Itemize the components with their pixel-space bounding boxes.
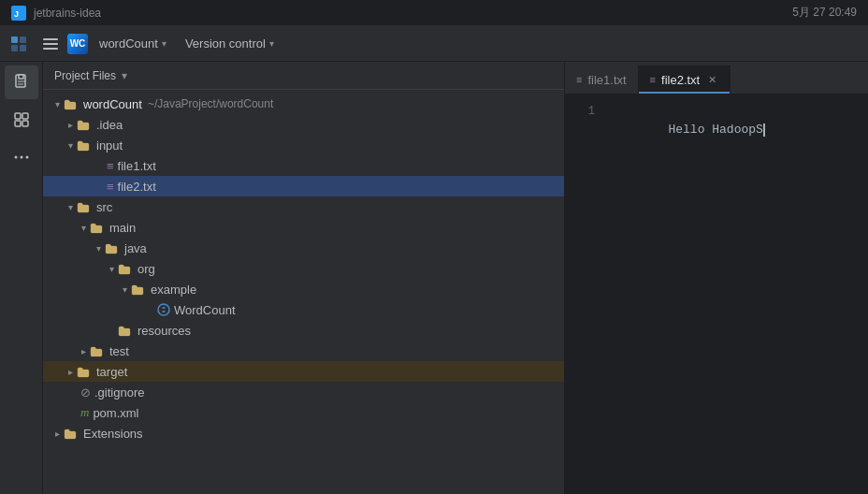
tab-file2-label: file2.txt xyxy=(661,73,700,87)
activity-bar-more-icon[interactable] xyxy=(5,140,38,174)
tree-item-wordcount-root[interactable]: wordCount ~/JavaProject/wordCount xyxy=(43,94,564,114)
tree-item-input[interactable]: input xyxy=(43,135,564,155)
tab-file1-label: file1.txt xyxy=(587,73,626,87)
tree-item-main[interactable]: main xyxy=(43,217,564,238)
tree-item-org[interactable]: org xyxy=(43,258,564,279)
editor-content[interactable]: 1 Hello HadoopS xyxy=(565,94,868,494)
sidebar: Project Files ▾ wordCount ~/JavaProject/… xyxy=(43,62,565,494)
folder-icon-target xyxy=(77,365,93,378)
tree-arrow-src xyxy=(64,200,77,213)
tree-item-test[interactable]: test xyxy=(43,341,564,361)
git-icon-gitignore: ⊘ xyxy=(80,385,91,400)
tree-arrow-wordcount xyxy=(51,97,64,110)
tab-file2-close-button[interactable]: ✕ xyxy=(705,73,718,86)
toolbar: WC wordCount ▾ Version control ▾ xyxy=(0,26,868,62)
tree-label-test: test xyxy=(109,344,129,358)
activity-bar-files-icon[interactable] xyxy=(5,65,38,99)
svg-rect-12 xyxy=(15,121,21,126)
version-control-dropdown-arrow: ▾ xyxy=(269,38,274,49)
tree-label-extensions: Extensions xyxy=(83,427,143,441)
sidebar-title: Project Files xyxy=(54,69,116,82)
tree-label-main: main xyxy=(109,221,136,235)
project-dropdown-button[interactable]: wordCount ▾ xyxy=(92,33,174,54)
title-bar-datetime: 5月 27 20:49 xyxy=(792,5,857,21)
svg-rect-13 xyxy=(22,121,28,126)
folder-icon-java xyxy=(105,241,121,254)
tree-item-extensions[interactable]: Extensions xyxy=(43,423,564,443)
tree-arrow-input xyxy=(64,138,77,152)
tree-item-file1[interactable]: ≡ file1.txt xyxy=(43,155,564,176)
svg-rect-3 xyxy=(20,36,26,43)
svg-rect-4 xyxy=(11,45,18,51)
tree-arrow-idea xyxy=(64,118,77,131)
folder-icon-idea xyxy=(77,118,93,131)
line-numbers: 1 xyxy=(565,102,602,487)
tree-arrow-example xyxy=(118,283,131,296)
svg-rect-7 xyxy=(19,75,23,79)
tree-item-pomxml[interactable]: m pom.xml xyxy=(43,402,564,423)
tree-item-target[interactable]: target xyxy=(43,361,564,382)
tab-bar: ≡ file1.txt ≡ file2.txt ✕ xyxy=(565,62,868,94)
tab-file2[interactable]: ≡ file2.txt ✕ xyxy=(639,65,731,94)
tree-item-java[interactable]: java xyxy=(43,238,564,258)
main-layout: Project Files ▾ wordCount ~/JavaProject/… xyxy=(0,62,868,494)
activity-bar xyxy=(0,62,43,494)
code-area[interactable]: Hello HadoopS xyxy=(602,102,868,487)
tree-arrow-org xyxy=(105,262,118,275)
svg-point-15 xyxy=(20,156,22,159)
tree-item-example[interactable]: example xyxy=(43,279,564,299)
app-name: jetbrains-idea xyxy=(34,7,101,20)
tree-label-org: org xyxy=(137,262,155,276)
java-icon-wordcount xyxy=(157,303,170,317)
tree-arrow-java xyxy=(92,241,105,254)
txt-icon-file1: ≡ xyxy=(107,159,114,173)
toolbar-logo: WC xyxy=(67,34,88,54)
svg-text:J: J xyxy=(14,9,19,19)
tree-item-resources[interactable]: resources xyxy=(43,320,564,341)
svg-rect-5 xyxy=(20,45,26,51)
tree-label-gitignore: .gitignore xyxy=(94,385,144,400)
svg-point-16 xyxy=(25,156,28,159)
tree-item-wordcount-class[interactable]: WordCount xyxy=(43,299,564,320)
tree-sublabel-wordcount-root: ~/JavaProject/wordCount xyxy=(148,97,273,110)
tree-label-pomxml: pom.xml xyxy=(93,406,138,420)
tree-label-file2: file2.txt xyxy=(118,180,156,194)
folder-icon-resources xyxy=(118,324,134,337)
version-control-dropdown-button[interactable]: Version control ▾ xyxy=(178,33,282,54)
tree-item-src[interactable]: src xyxy=(43,196,564,217)
line-number-1: 1 xyxy=(572,102,595,121)
sidebar-header: Project Files ▾ xyxy=(43,62,564,90)
svg-rect-11 xyxy=(22,113,28,119)
tree-label-example: example xyxy=(151,283,196,297)
tree-label-target: target xyxy=(96,365,127,379)
tab-file1[interactable]: ≡ file1.txt xyxy=(565,65,639,94)
tree-arrow-target xyxy=(64,365,77,378)
svg-point-14 xyxy=(14,156,17,159)
hamburger-menu-button[interactable] xyxy=(37,33,64,55)
tree-arrow-extensions xyxy=(51,427,64,440)
tree-label-java: java xyxy=(124,241,147,255)
code-line-1: Hello HadoopS xyxy=(668,123,762,137)
project-switcher-icon[interactable] xyxy=(7,33,30,55)
editor-area: ≡ file1.txt ≡ file2.txt ✕ 1 Hello Hadoop… xyxy=(565,62,868,494)
tree-label-file1: file1.txt xyxy=(118,159,156,173)
folder-icon-wordcount xyxy=(64,97,80,110)
folder-icon-extensions xyxy=(64,427,80,440)
sidebar-chevron[interactable]: ▾ xyxy=(122,69,127,82)
text-cursor xyxy=(763,124,765,137)
xml-icon-pomxml: m xyxy=(80,405,89,420)
folder-icon-src xyxy=(77,200,93,213)
tree-label-resources: resources xyxy=(137,324,191,338)
activity-bar-structure-icon[interactable] xyxy=(5,103,38,137)
svg-point-17 xyxy=(158,304,169,315)
tree-item-idea[interactable]: .idea xyxy=(43,114,564,135)
tree-arrow-main xyxy=(77,221,90,234)
tab-file2-icon: ≡ xyxy=(650,74,656,85)
svg-rect-10 xyxy=(15,113,21,119)
tree-item-gitignore[interactable]: ⊘ .gitignore xyxy=(43,382,564,402)
folder-icon-test xyxy=(90,344,106,357)
tree-arrow-test xyxy=(77,344,90,357)
tree-item-file2[interactable]: ≡ file2.txt xyxy=(43,176,564,196)
tree-label-wordcount-class: WordCount xyxy=(174,303,236,317)
tree-label-idea: .idea xyxy=(96,118,123,132)
